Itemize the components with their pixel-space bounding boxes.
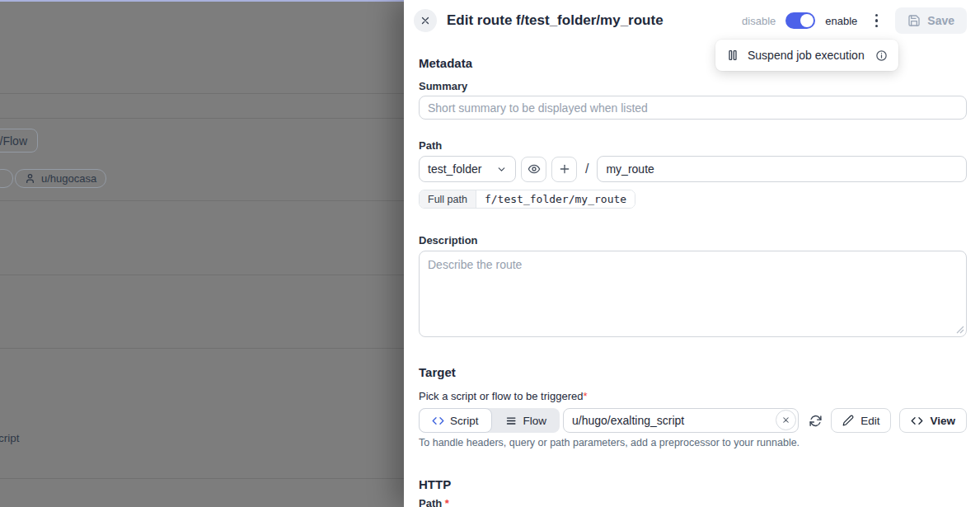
view-folder-button[interactable] [521, 157, 546, 182]
plus-icon [558, 162, 571, 176]
add-folder-button[interactable] [551, 157, 577, 182]
backdrop-divider [0, 348, 404, 349]
route-name-input[interactable] [597, 156, 967, 182]
options-menu: Suspend job execution [715, 40, 898, 71]
path-separator: / [582, 162, 592, 176]
backdrop-partial-chip [0, 169, 13, 188]
menu-item-suspend-job-execution[interactable]: Suspend job execution [748, 49, 867, 62]
info-icon[interactable] [875, 49, 888, 62]
full-path-pill: Full path f/test_folder/my_route [419, 190, 635, 209]
backdrop-flow-chip-label: /Flow [0, 134, 27, 148]
full-path-badge: Full path [420, 190, 476, 208]
edit-route-drawer: Edit route f/test_folder/my_route disabl… [404, 0, 980, 507]
pause-icon [726, 49, 739, 62]
backdrop-divider [0, 478, 404, 479]
save-icon [907, 14, 921, 27]
toggle-knob [800, 14, 814, 27]
enable-toggle[interactable] [785, 12, 815, 29]
tab-flow-label: Flow [523, 415, 547, 427]
backdrop-user-chip: u/hugocasa [15, 169, 106, 188]
enable-label: enable [825, 15, 857, 27]
code-icon [432, 415, 444, 427]
backdrop-divider [0, 275, 404, 275]
backdrop-partial-script-text: cript [0, 432, 20, 444]
modal-backdrop[interactable]: /Flow u/hugocasa cript [0, 0, 404, 507]
tab-script[interactable]: Script [419, 408, 492, 433]
flow-bars-icon [505, 415, 518, 427]
description-textarea[interactable] [419, 251, 967, 337]
path-label: Path [419, 139, 967, 153]
required-asterisk: * [583, 390, 587, 402]
http-path-label: Path * [419, 497, 967, 507]
full-path-value: f/test_folder/my_route [476, 190, 635, 208]
page-top-accent-strip [0, 0, 404, 2]
runnable-path-input[interactable] [563, 408, 799, 433]
description-label: Description [419, 234, 967, 247]
chevron-down-icon [496, 164, 507, 175]
screen: /Flow u/hugocasa cript Edit route f/test… [0, 0, 980, 507]
refresh-runnable-button[interactable] [809, 414, 823, 428]
more-options-button[interactable] [867, 9, 885, 32]
path-row: test_folder / [419, 156, 967, 182]
refresh-icon [809, 414, 823, 428]
runnable-kind-toggle: Script Flow [419, 408, 560, 433]
preprocessor-helper-text: To handle headers, query or path paramet… [419, 437, 967, 449]
http-heading: HTTP [419, 477, 967, 492]
backdrop-divider [0, 200, 404, 201]
close-icon [420, 15, 431, 26]
close-button[interactable] [414, 9, 437, 32]
clear-x-icon [781, 415, 790, 425]
edit-button-label: Edit [860, 415, 879, 427]
http-required-asterisk: * [445, 497, 449, 507]
drawer-title: Edit route f/test_folder/my_route [447, 12, 663, 29]
picker-label-text: Pick a script or flow to be triggered [419, 390, 583, 402]
summary-label: Summary [419, 80, 967, 93]
drawer-header: Edit route f/test_folder/my_route disabl… [404, 0, 980, 41]
summary-input[interactable] [419, 96, 967, 120]
edit-runnable-button[interactable]: Edit [831, 408, 891, 433]
http-path-label-text: Path [419, 497, 442, 507]
backdrop-user-chip-label: u/hugocasa [41, 172, 96, 185]
tab-script-label: Script [450, 415, 479, 427]
view-runnable-button[interactable]: View [899, 408, 967, 433]
folder-select[interactable]: test_folder [419, 156, 516, 182]
tab-flow[interactable]: Flow [492, 408, 560, 433]
save-button[interactable]: Save [895, 7, 967, 34]
save-button-label: Save [927, 14, 954, 27]
picker-label: Pick a script or flow to be triggered* [419, 389, 967, 403]
target-heading: Target [419, 365, 967, 380]
code-brackets-icon [911, 415, 923, 427]
disable-label: disable [742, 15, 776, 27]
pencil-icon [842, 415, 854, 426]
view-button-label: View [930, 415, 955, 427]
target-row: Script Flow [419, 408, 967, 433]
user-icon [25, 173, 35, 184]
backdrop-divider [0, 118, 404, 119]
backdrop-flow-chip: /Flow [0, 129, 38, 153]
eye-icon [528, 162, 541, 176]
backdrop-divider [0, 93, 404, 94]
drawer-body: Metadata Summary Path test_folder [404, 56, 980, 507]
folder-select-value: test_folder [428, 162, 481, 176]
